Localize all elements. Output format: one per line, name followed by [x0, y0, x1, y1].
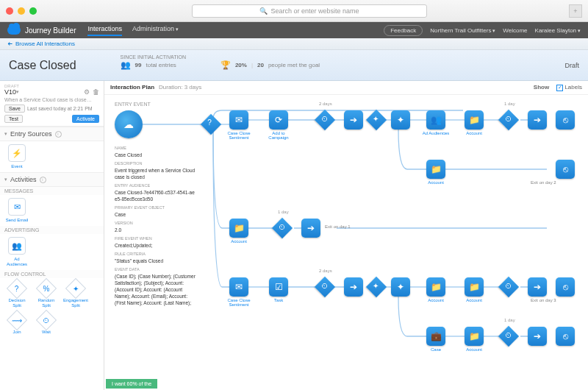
- feedback-button[interactable]: Feedback: [384, 25, 423, 36]
- since-label: SINCE INITIAL ACTIVATION: [121, 54, 186, 60]
- node-case[interactable]: 💼: [426, 327, 445, 346]
- node-arrow[interactable]: ➔: [344, 110, 363, 130]
- section-activities[interactable]: ▾Activitiesi: [0, 172, 104, 187]
- node-wait-6[interactable]: ⏲: [498, 326, 519, 347]
- node-arrow-6[interactable]: ➔: [528, 327, 547, 346]
- node-wait-5[interactable]: ⏲: [498, 277, 519, 297]
- version-panel: DRAFT V10 ▾ ⚙ 🗑 When a Service Cloud cas…: [0, 81, 104, 127]
- entry-event-label: ENTRY EVENT: [115, 102, 151, 107]
- label-acct-5: Account: [458, 298, 490, 302]
- canvas-title: Interaction Plan: [110, 84, 154, 91]
- node-account-4[interactable]: 📁: [426, 277, 445, 297]
- label-acct: Account: [458, 131, 490, 135]
- dur-row3: 2 days: [319, 269, 332, 273]
- browse-interactions-link[interactable]: Browse All Interactions: [15, 40, 75, 47]
- node-arrow-3[interactable]: ➔: [301, 219, 320, 238]
- tile-ad-audiences[interactable]: 👥Ad Audiences: [4, 237, 29, 267]
- new-tab-button[interactable]: +: [569, 4, 582, 18]
- max-dot[interactable]: [29, 7, 37, 15]
- node-exit-day3[interactable]: ⎋: [556, 277, 575, 297]
- min-dot[interactable]: [18, 7, 25, 15]
- label-task: Task: [262, 298, 295, 302]
- node-engagement-split-2[interactable]: ✦: [366, 277, 387, 297]
- node-case-close-sentiment[interactable]: ✉: [229, 110, 248, 130]
- user-menu[interactable]: Karalee Slayton: [535, 27, 581, 34]
- nav-administration[interactable]: Administration: [132, 25, 179, 36]
- business-unit-dropdown[interactable]: Northern Trail Outfitters: [430, 27, 495, 34]
- goal-banner[interactable]: I want 60% of the: [106, 379, 157, 389]
- dur-row3b: 1 day: [504, 318, 515, 322]
- node-wait[interactable]: ⏲: [315, 110, 335, 130]
- node-exit[interactable]: ⎋: [556, 110, 575, 130]
- welcome-label: Welcome: [503, 27, 527, 34]
- dur-row2: 1 day: [278, 210, 289, 214]
- dur-row1b: 1 day: [504, 102, 515, 106]
- gear-icon[interactable]: ⚙: [84, 88, 90, 96]
- label-ccs: Case Close Sentiment: [223, 131, 255, 140]
- label-camp: Add to Campaign: [262, 131, 295, 140]
- status-badge: Draft: [564, 62, 579, 69]
- node-account-5[interactable]: 📁: [465, 277, 484, 297]
- people-icon: 👥: [121, 60, 131, 70]
- canvas[interactable]: Interaction Plan Duration: 3 days Show ✓…: [104, 81, 588, 390]
- url-bar[interactable]: 🔍 Search or enter website name: [192, 4, 427, 18]
- label-acct-2: Account: [420, 180, 452, 185]
- node-account-3[interactable]: 📁: [229, 219, 248, 238]
- node-task[interactable]: ☑: [269, 277, 288, 297]
- node-wand[interactable]: ✦: [391, 110, 410, 130]
- node-case-close-sentiment-2[interactable]: ✉: [229, 277, 248, 297]
- node-wait-4[interactable]: ⏲: [315, 277, 335, 297]
- tile-join[interactable]: ⟿Join: [4, 313, 29, 335]
- tile-decision-split[interactable]: ?Decision Split: [4, 281, 29, 308]
- node-engagement-split[interactable]: ✦: [366, 110, 387, 130]
- node-add-to-campaign[interactable]: ⟳: [269, 110, 288, 130]
- info-icon[interactable]: i: [55, 131, 62, 138]
- canvas-header: Interaction Plan Duration: 3 days Show ✓…: [104, 81, 588, 95]
- close-dot[interactable]: [6, 7, 13, 15]
- tile-random-split[interactable]: %Random Split: [34, 281, 59, 308]
- entry-event-node[interactable]: ☁: [115, 110, 143, 138]
- dur-row1a: 2 days: [319, 102, 332, 106]
- search-icon: 🔍: [259, 7, 268, 15]
- node-wait-2[interactable]: ⏲: [498, 110, 519, 130]
- section-entry-sources[interactable]: ▾ Entry Sources i: [0, 127, 104, 141]
- node-decision-split[interactable]: ?: [201, 114, 221, 135]
- nav-interactions[interactable]: Interactions: [87, 25, 122, 36]
- node-wand-2[interactable]: ✦: [391, 277, 410, 297]
- left-rail: DRAFT V10 ▾ ⚙ 🗑 When a Service Cloud cas…: [0, 81, 104, 390]
- node-arrow-4[interactable]: ➔: [344, 277, 363, 297]
- labels-text: Labels: [564, 84, 582, 91]
- node-arrow-5[interactable]: ➔: [528, 277, 547, 297]
- node-account[interactable]: 📁: [465, 110, 484, 130]
- browser-chrome: 🔍 Search or enter website name +: [0, 0, 588, 22]
- label-ccs-2: Case Close Sentiment: [223, 298, 255, 307]
- collapse-icon: ▾: [4, 131, 7, 137]
- tile-send-email[interactable]: ✉Send Email: [4, 198, 29, 223]
- label-acct-6: Account: [458, 347, 490, 352]
- back-icon[interactable]: ➔: [7, 40, 12, 47]
- tile-event[interactable]: ⚡Event: [4, 144, 29, 169]
- goal-text: people met the goal: [268, 62, 320, 68]
- delete-icon[interactable]: 🗑: [93, 88, 99, 96]
- node-exit-day2[interactable]: ⎋: [556, 160, 575, 179]
- activate-button[interactable]: Activate: [72, 115, 99, 123]
- breadcrumb: ➔ Browse All Interactions: [0, 38, 588, 50]
- entries-text: total entries: [146, 62, 176, 68]
- save-button[interactable]: Save: [4, 104, 25, 113]
- node-account-6[interactable]: 📁: [465, 327, 484, 346]
- node-ad-audiences[interactable]: 👥: [426, 110, 445, 130]
- entry-details: NAMECase Closed DESCRIPTIONEvent trigger…: [115, 143, 196, 306]
- labels-checkbox[interactable]: ✓: [556, 85, 563, 91]
- node-arrow-2[interactable]: ➔: [528, 110, 547, 130]
- version-name[interactable]: V10: [4, 88, 16, 96]
- url-placeholder: Search or enter website name: [270, 7, 359, 15]
- node-exit-4[interactable]: ⎋: [556, 327, 575, 346]
- kpi-goal: 🏆 20% | 20 people met the goal: [220, 60, 320, 70]
- show-link[interactable]: Show: [534, 84, 549, 91]
- test-button[interactable]: Test: [4, 115, 23, 123]
- tile-wait[interactable]: ⏲Wait: [34, 313, 59, 335]
- node-wait-3[interactable]: ⏲: [272, 218, 293, 238]
- tile-engagement-split[interactable]: ✦Engagement Split: [63, 281, 88, 308]
- node-account-2[interactable]: 📁: [426, 160, 445, 179]
- section-activities-label: Activities: [10, 176, 37, 183]
